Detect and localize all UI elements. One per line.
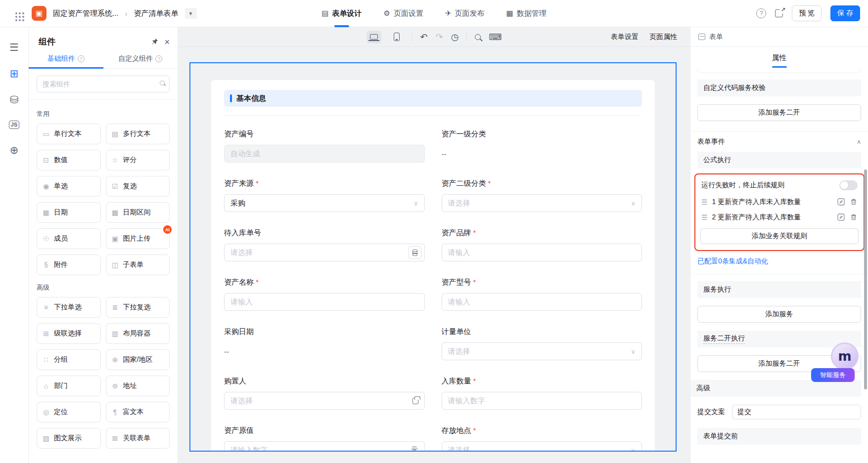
- apps-grid-icon[interactable]: [15, 12, 17, 14]
- fail-stop-toggle[interactable]: [839, 180, 858, 190]
- component-item-地址[interactable]: ⊚地址: [106, 376, 170, 396]
- history-icon[interactable]: ◷: [451, 33, 459, 42]
- field-input[interactable]: 请选择: [224, 392, 425, 410]
- field-input[interactable]: 请选择: [224, 244, 425, 261]
- component-item-定位[interactable]: ◎定位: [37, 402, 101, 422]
- field-select[interactable]: 请选择∨: [442, 441, 642, 451]
- component-item-复选[interactable]: ☑复选: [106, 176, 170, 197]
- delete-icon[interactable]: [849, 213, 858, 221]
- component-item-单选[interactable]: ◉单选: [37, 176, 101, 197]
- component-item-富文本[interactable]: ¶富文本: [106, 402, 170, 422]
- 多行文本-icon: ▤: [111, 130, 119, 138]
- js-code-icon[interactable]: JS: [9, 121, 19, 129]
- search-input[interactable]: [37, 76, 170, 92]
- section-form-events[interactable]: 表单事件 ∧: [690, 131, 868, 152]
- add-business-rule-button[interactable]: 添加业务关联规则: [700, 228, 859, 244]
- component-item-分组[interactable]: ∷分组: [37, 349, 101, 370]
- form-field-存放地点: 存放地点*请选择∨: [442, 426, 642, 451]
- pin-icon[interactable]: [151, 38, 158, 45]
- field-input[interactable]: 自动生成: [224, 145, 425, 163]
- field-input[interactable]: 请输入: [224, 293, 425, 311]
- data-source-icon[interactable]: ⛁: [10, 94, 19, 105]
- submit-text-input[interactable]: [732, 405, 861, 420]
- device-mobile-icon[interactable]: [389, 31, 404, 43]
- scrollbar-thumb[interactable]: [864, 169, 867, 389]
- edit-icon[interactable]: [837, 198, 845, 206]
- undo-icon[interactable]: ↶: [420, 33, 428, 42]
- member-picker-icon[interactable]: [412, 398, 418, 404]
- divider: [412, 33, 412, 42]
- component-item-国家/地区[interactable]: ⊕国家/地区: [106, 349, 170, 370]
- 富文本-icon: ¶: [111, 408, 119, 416]
- component-item-图文展示[interactable]: ▧图文展示: [37, 428, 101, 449]
- selected-element-name: 表单: [709, 33, 723, 42]
- save-button[interactable]: 保 存: [830, 5, 860, 21]
- delete-icon[interactable]: [849, 198, 858, 206]
- component-item-下拉复选[interactable]: ≣下拉复选: [106, 297, 170, 318]
- field-select[interactable]: 请选择∨: [442, 194, 642, 212]
- outline-icon[interactable]: ☰: [9, 42, 19, 52]
- search-icon[interactable]: [475, 34, 481, 40]
- components-icon[interactable]: ⊞: [10, 68, 19, 79]
- assistant-badge[interactable]: 智能服务: [811, 368, 855, 382]
- properties-panel: 表单 属性 自定义代码服务校验 添加服务二开 表单事件 ∧ 公式执行 运行失败时…: [690, 27, 868, 463]
- field-input[interactable]: 请输入: [442, 293, 642, 311]
- app-logo-icon[interactable]: ▣: [32, 6, 46, 21]
- component-item-布局容器[interactable]: ▥布局容器: [106, 323, 170, 344]
- nav-tab-数据管理[interactable]: ▦数据管理: [506, 0, 547, 27]
- component-item-部门[interactable]: ⌂部门: [37, 376, 101, 396]
- form-design-icon: ▤: [321, 9, 328, 18]
- chevron-down-icon: ∨: [631, 447, 636, 451]
- assistant-avatar[interactable]: m: [831, 342, 859, 370]
- field-input[interactable]: 请输入数字元: [224, 441, 425, 451]
- tab-custom-components[interactable]: 自定义组件 ?: [103, 54, 178, 68]
- selected-form-region[interactable]: 表单 基本信息 资产编号自动生成资产一级分类--资产来源*采购∨资产二级分类*请…: [189, 62, 677, 452]
- form-section-header[interactable]: 基本信息: [224, 90, 642, 107]
- component-item-下拉单选[interactable]: ≡下拉单选: [37, 297, 101, 318]
- help-icon[interactable]: ?: [78, 55, 85, 62]
- integration-config-link[interactable]: 已配置0条集成&自动化: [697, 257, 861, 266]
- component-item-附件[interactable]: §附件: [37, 254, 101, 275]
- redo-icon[interactable]: ↷: [436, 33, 443, 42]
- component-item-评分[interactable]: ☆评分: [106, 150, 170, 170]
- field-input[interactable]: 请输入: [442, 244, 642, 261]
- tab-basic-components[interactable]: 基础组件 ?: [29, 54, 103, 68]
- edit-icon[interactable]: [837, 213, 845, 221]
- drag-handle-icon[interactable]: ☰: [701, 198, 708, 206]
- nav-tab-页面设置[interactable]: ⚙页面设置: [383, 0, 423, 27]
- external-link-icon[interactable]: [775, 9, 783, 17]
- component-item-日期[interactable]: ▦日期: [37, 202, 101, 223]
- component-item-图片上传[interactable]: ▣图片上传AI: [106, 228, 170, 249]
- close-icon[interactable]: ×: [164, 38, 170, 46]
- help-icon[interactable]: ?: [756, 8, 766, 18]
- component-item-多行文本[interactable]: ▤多行文本: [106, 124, 170, 144]
- component-item-关联表单[interactable]: ⊠关联表单: [106, 428, 170, 449]
- page-properties-link[interactable]: 页面属性: [649, 33, 677, 42]
- page-title[interactable]: 资产清单表单: [134, 9, 179, 18]
- field-select[interactable]: 采购∨: [224, 194, 425, 212]
- component-item-子表单[interactable]: ◫子表单: [106, 254, 170, 275]
- preview-button[interactable]: 预 览: [792, 5, 822, 21]
- device-desktop-icon[interactable]: [366, 31, 381, 43]
- component-item-日期区间[interactable]: ▩日期区间: [106, 202, 170, 223]
- form-settings-link[interactable]: 表单设置: [611, 33, 639, 42]
- component-item-成员[interactable]: ☉成员: [37, 228, 101, 249]
- field-select[interactable]: 请选择∨: [442, 342, 642, 360]
- tab-properties[interactable]: 属性: [690, 53, 868, 68]
- component-item-数值[interactable]: ⊡数值: [37, 150, 101, 170]
- nav-tab-页面发布[interactable]: ✈页面发布: [445, 0, 485, 27]
- keyboard-shortcuts-icon[interactable]: ⌨: [489, 33, 502, 42]
- add-service-button[interactable]: 添加服务: [697, 306, 861, 323]
- add-service-ext-button[interactable]: 添加服务二开: [697, 104, 861, 121]
- globe-icon[interactable]: ⊕: [10, 145, 19, 155]
- component-item-单行文本[interactable]: ▭单行文本: [37, 124, 101, 144]
- component-item-级联选择[interactable]: ⊞级联选择: [37, 323, 101, 344]
- app-title[interactable]: 固定资产管理系统...: [53, 9, 119, 18]
- help-icon[interactable]: ?: [155, 55, 162, 62]
- page-switch-caret[interactable]: ▼: [185, 8, 197, 19]
- field-value: 自动生成: [230, 149, 418, 159]
- document-picker-icon[interactable]: [409, 246, 421, 259]
- nav-tab-表单设计[interactable]: ▤表单设计: [321, 0, 362, 27]
- drag-handle-icon[interactable]: ☰: [701, 213, 708, 221]
- field-input[interactable]: 请输入数字: [442, 392, 642, 410]
